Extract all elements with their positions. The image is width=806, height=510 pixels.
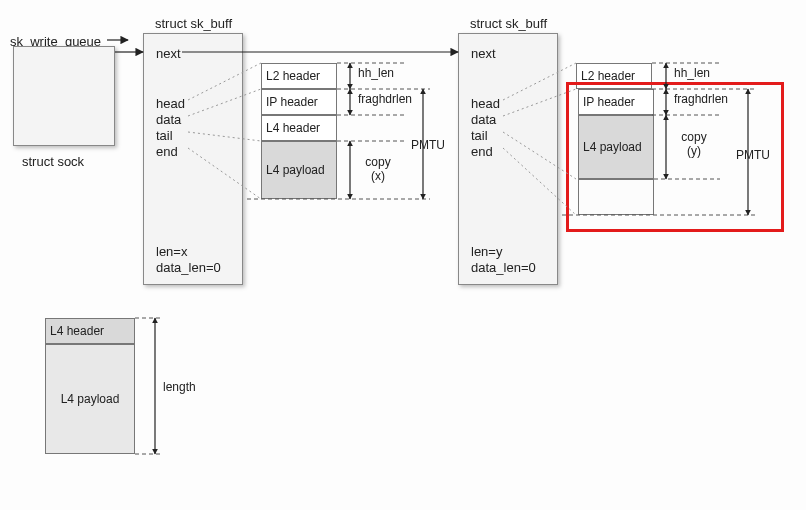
skb2-head: head	[471, 96, 500, 111]
skb1-frag: fraghdrlen	[358, 92, 412, 106]
skb1-l4p: L4 payload	[261, 141, 337, 199]
sock-box	[13, 46, 115, 146]
skb1-l4h-hdr: L4 header	[261, 115, 337, 141]
skb2-len: len=y	[471, 244, 502, 259]
skb2-next: next	[471, 46, 496, 61]
skb1-head: head	[156, 96, 185, 111]
skb1-l2-hdr: L2 header	[261, 63, 337, 89]
skb1-ip-hdr: IP header	[261, 89, 337, 115]
skb1-hh: hh_len	[358, 66, 394, 80]
skb2-hh: hh_len	[674, 66, 710, 80]
skb1-end: end	[156, 144, 178, 159]
skb2-title: struct sk_buff	[470, 16, 547, 31]
highlight-box	[566, 82, 784, 232]
skb1-pmtu: PMTU	[411, 138, 445, 152]
skb2-end: end	[471, 144, 493, 159]
bottom-length: length	[163, 380, 196, 394]
skb1-data: data	[156, 112, 181, 127]
skb1-tail: tail	[156, 128, 173, 143]
skb2-data: data	[471, 112, 496, 127]
skb1-title: struct sk_buff	[155, 16, 232, 31]
sock-caption: struct sock	[22, 154, 84, 169]
skb2-tail: tail	[471, 128, 488, 143]
skb1-box: next head data tail end len=x data_len=0	[143, 33, 243, 285]
skb2-datalen: data_len=0	[471, 260, 536, 275]
skb1-len: len=x	[156, 244, 187, 259]
bottom-l4p: L4 payload	[45, 344, 135, 454]
skb1-copy: copy (x)	[358, 155, 398, 183]
skb1-datalen: data_len=0	[156, 260, 221, 275]
bottom-l4h: L4 header	[45, 318, 135, 344]
skb2-box: next head data tail end len=y data_len=0	[458, 33, 558, 285]
skb1-next: next	[156, 46, 181, 61]
